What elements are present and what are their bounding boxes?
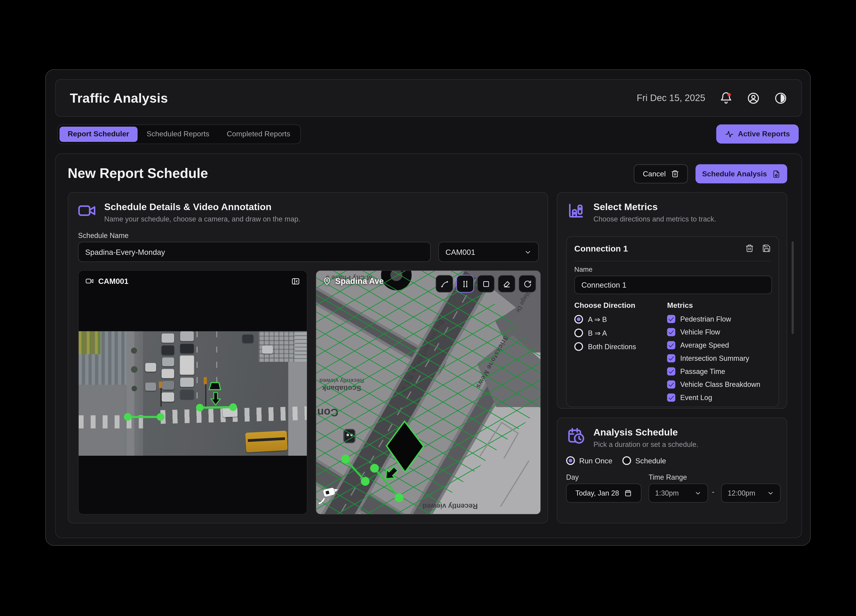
metric-label: Passage Time bbox=[680, 367, 725, 375]
metric-row-vehicle-flow[interactable]: Vehicle Flow bbox=[667, 328, 720, 336]
radio-icon[interactable] bbox=[574, 329, 583, 338]
notifications-bell-icon[interactable] bbox=[720, 91, 733, 104]
map-panel[interactable]: Scotiabank Recently viewed Burnhamthorpe… bbox=[316, 270, 541, 515]
metrics-column-header: Metrics bbox=[667, 301, 693, 310]
eraser-tool-button[interactable] bbox=[498, 275, 515, 292]
details-card-title: Schedule Details & Video Annotation bbox=[104, 201, 271, 213]
direction-label: A ⇒ B bbox=[588, 315, 607, 324]
direction-label: Both Directions bbox=[588, 343, 636, 351]
map-header: Spadina Ave bbox=[323, 276, 383, 286]
top-bar: Traffic Analysis Fri Dec 15, 2025 bbox=[55, 79, 802, 117]
tab-scheduled-reports[interactable]: Scheduled Reports bbox=[139, 126, 217, 142]
chevron-down-icon bbox=[694, 490, 702, 496]
checkbox-checked-icon[interactable] bbox=[667, 328, 675, 336]
video-camera-label: CAM001 bbox=[98, 277, 129, 286]
direction-radio-both[interactable]: Both Directions bbox=[574, 342, 636, 351]
activity-pulse-icon bbox=[725, 130, 734, 138]
day-label: Day bbox=[566, 473, 579, 481]
day-picker-button[interactable]: Today, Jan 28 bbox=[566, 484, 642, 502]
schedule-analysis-label: Schedule Analysis bbox=[702, 170, 767, 178]
user-account-icon[interactable] bbox=[747, 91, 760, 104]
radio-selected-icon[interactable] bbox=[566, 456, 575, 465]
schedule-name-label: Schedule Name bbox=[78, 232, 129, 240]
checkbox-checked-icon[interactable] bbox=[667, 341, 675, 349]
scrollbar[interactable] bbox=[791, 241, 794, 334]
delete-connection-icon[interactable] bbox=[745, 244, 754, 253]
time-end-select[interactable]: 12:00pm bbox=[721, 484, 781, 502]
metric-label: Average Speed bbox=[680, 341, 729, 349]
chevron-down-icon bbox=[767, 490, 774, 496]
screen: Traffic Analysis Fri Dec 15, 2025 Report… bbox=[0, 0, 856, 616]
connection-card: Connection 1 Name Choose Direction Metri… bbox=[566, 237, 779, 407]
tabs-row: Report Scheduler Scheduled Reports Compl… bbox=[55, 124, 802, 144]
tab-report-scheduler[interactable]: Report Scheduler bbox=[60, 126, 137, 142]
metric-label: Vehicle Flow bbox=[680, 328, 720, 336]
run-once-radio[interactable]: Run Once bbox=[566, 456, 613, 465]
time-start-value: 1:30pm bbox=[655, 489, 679, 497]
theme-toggle-icon[interactable] bbox=[774, 91, 787, 104]
metric-row-vehicle-class-breakdown[interactable]: Vehicle Class Breakdown bbox=[667, 380, 760, 389]
chevron-down-icon bbox=[524, 248, 532, 256]
checkbox-checked-icon[interactable] bbox=[667, 367, 675, 375]
traffic-video-frame[interactable] bbox=[79, 331, 308, 456]
metric-label: Intersection Summary bbox=[680, 354, 749, 363]
schedule-name-input[interactable] bbox=[78, 242, 431, 262]
checkbox-checked-icon[interactable] bbox=[667, 380, 675, 389]
collapse-panel-icon[interactable] bbox=[291, 277, 300, 286]
metric-label: Vehicle Class Breakdown bbox=[680, 380, 760, 389]
camera-select-value: CAM001 bbox=[445, 247, 475, 257]
tab-completed-reports[interactable]: Completed Reports bbox=[219, 126, 299, 142]
metric-row-event-log[interactable]: Event Log bbox=[667, 393, 712, 402]
app-window: Traffic Analysis Fri Dec 15, 2025 Report… bbox=[45, 69, 811, 546]
map-annotations[interactable] bbox=[316, 271, 541, 515]
schedule-radio[interactable]: Schedule bbox=[622, 456, 666, 465]
camera-icon bbox=[85, 277, 94, 286]
active-reports-label: Active Reports bbox=[738, 130, 790, 138]
save-connection-icon[interactable] bbox=[762, 244, 771, 253]
curve-tool-button[interactable] bbox=[436, 275, 453, 292]
mode-label: Run Once bbox=[579, 456, 613, 465]
map-location-label: Spadina Ave bbox=[335, 276, 383, 286]
direction-radio-a-b[interactable]: A ⇒ B bbox=[574, 315, 607, 324]
checkbox-checked-icon[interactable] bbox=[667, 315, 675, 323]
refresh-tool-button[interactable] bbox=[519, 275, 536, 292]
active-reports-button[interactable]: Active Reports bbox=[716, 124, 799, 143]
analysis-schedule-card: Analysis Schedule Pick a duration or set… bbox=[557, 418, 787, 524]
time-range-separator: - bbox=[712, 487, 714, 496]
trash-icon bbox=[671, 170, 679, 178]
schedule-card-subtitle: Pick a duration or set a schedule. bbox=[593, 441, 698, 449]
time-end-value: 12:00pm bbox=[728, 489, 755, 497]
radio-icon[interactable] bbox=[622, 456, 631, 465]
cancel-button[interactable]: Cancel bbox=[634, 164, 688, 183]
metric-row-passage-time[interactable]: Passage Time bbox=[667, 367, 725, 375]
metric-row-intersection-summary[interactable]: Intersection Summary bbox=[667, 354, 749, 363]
calendar-icon bbox=[624, 489, 632, 497]
page-title: New Report Schedule bbox=[68, 165, 208, 181]
day-value: Today, Jan 28 bbox=[575, 489, 619, 497]
radio-selected-icon[interactable] bbox=[574, 315, 583, 324]
time-start-select[interactable]: 1:30pm bbox=[648, 484, 708, 502]
mode-label: Schedule bbox=[636, 456, 666, 465]
metric-row-average-speed[interactable]: Average Speed bbox=[667, 341, 729, 349]
cctv-camera-icon bbox=[319, 486, 339, 504]
connection-name-input[interactable] bbox=[574, 276, 772, 294]
select-metrics-card: Select Metrics Choose directions and met… bbox=[557, 192, 787, 409]
metric-row-pedestrian-flow[interactable]: Pedestrian Flow bbox=[667, 315, 731, 323]
schedule-analysis-button[interactable]: Schedule Analysis bbox=[696, 164, 787, 183]
line-pair-tool-button[interactable] bbox=[456, 275, 474, 292]
direction-label: B ⇒ A bbox=[588, 329, 607, 337]
video-annotations[interactable] bbox=[79, 331, 308, 456]
app-title: Traffic Analysis bbox=[70, 90, 168, 106]
checkbox-checked-icon[interactable] bbox=[667, 393, 675, 402]
camera-select[interactable]: CAM001 bbox=[439, 242, 539, 262]
time-range-label: Time Range bbox=[648, 473, 687, 481]
map-toolbar bbox=[436, 275, 536, 292]
rectangle-tool-button[interactable] bbox=[477, 275, 494, 292]
connection-name-label: Name bbox=[574, 266, 593, 273]
metric-label: Pedestrian Flow bbox=[680, 315, 731, 323]
connection-title: Connection 1 bbox=[574, 244, 628, 254]
radio-icon[interactable] bbox=[574, 342, 583, 351]
direction-radio-b-a[interactable]: B ⇒ A bbox=[574, 329, 607, 338]
checkbox-checked-icon[interactable] bbox=[667, 354, 675, 363]
chart-bars-icon bbox=[566, 201, 586, 221]
